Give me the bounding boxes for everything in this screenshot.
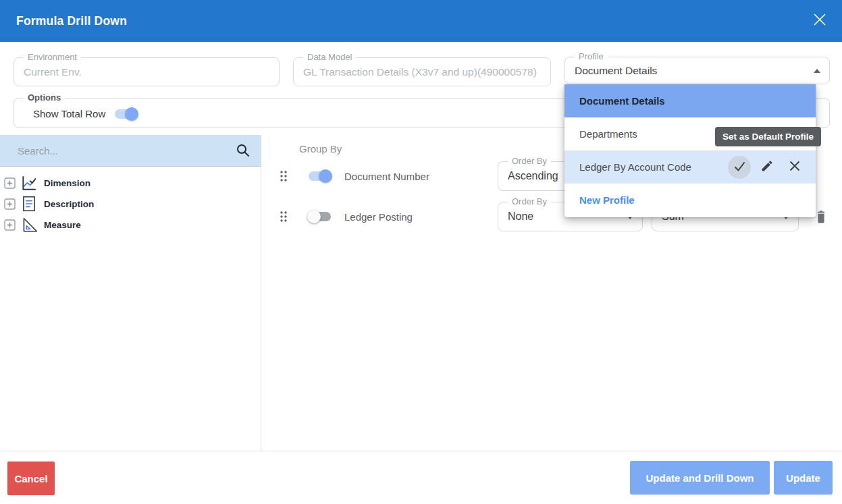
dialog-title: Formula Drill Down: [16, 0, 127, 42]
formula-drill-down-dialog: Formula Drill Down Environment Current E…: [0, 0, 842, 504]
field-search-bar: [0, 135, 261, 167]
dimension-chart-icon: [20, 174, 38, 192]
update-button[interactable]: Update: [774, 461, 833, 495]
expand-plus-icon[interactable]: [4, 198, 16, 210]
drag-handle-icon[interactable]: [279, 210, 288, 223]
search-input[interactable]: [16, 135, 212, 166]
profile-option-label: Document Details: [579, 95, 665, 107]
profile-value: Document Details: [575, 57, 809, 84]
tree-item-label: Dimension: [44, 178, 90, 188]
close-icon: [810, 9, 830, 32]
edit-profile-button[interactable]: [756, 156, 779, 179]
expand-plus-icon[interactable]: [4, 177, 16, 189]
search-icon[interactable]: [235, 142, 251, 161]
footer-divider: [0, 451, 842, 451]
close-button[interactable]: [808, 9, 831, 32]
data-model-value: GL Transaction Details (X3v7 and up)(490…: [303, 58, 546, 86]
group-by-field-name: Document Number: [344, 171, 429, 182]
group-by-heading: Group By: [299, 143, 342, 155]
cancel-edit-button[interactable]: [783, 156, 806, 179]
tree-item-label: Measure: [44, 220, 81, 230]
pencil-icon: [760, 159, 774, 175]
environment-value: Current Env.: [24, 58, 259, 86]
update-and-drill-down-button[interactable]: Update and Drill Down: [630, 461, 770, 495]
expand-plus-icon[interactable]: [4, 219, 16, 231]
cancel-button[interactable]: Cancel: [7, 461, 55, 495]
panel-divider: [261, 167, 261, 451]
new-profile-link[interactable]: New Profile: [564, 184, 816, 217]
profile-dropdown-menu: Document Details Departments Ledger By A…: [564, 84, 816, 217]
drag-handle-icon[interactable]: [279, 169, 288, 183]
group-by-toggle-ledger-posting[interactable]: [307, 210, 332, 223]
group-by-field-name: Ledger Posting: [344, 211, 413, 223]
profile-option-label: Ledger By Account Code: [579, 161, 691, 173]
check-icon: [733, 159, 747, 175]
profile-select[interactable]: Profile Document Details: [564, 57, 830, 84]
delete-row-icon[interactable]: [814, 208, 828, 225]
profile-option-label: Departments: [579, 128, 637, 140]
tree-item-description[interactable]: Description: [0, 194, 261, 213]
tree-item-measure[interactable]: Measure: [0, 215, 261, 234]
show-total-row-toggle[interactable]: [113, 107, 138, 121]
new-profile-label: New Profile: [579, 194, 635, 206]
description-document-icon: [20, 195, 38, 213]
x-icon: [788, 159, 801, 175]
tree-item-dimension[interactable]: Dimension: [0, 173, 261, 192]
profile-option-ledger-by-account-code[interactable]: Ledger By Account Code: [564, 150, 816, 184]
environment-field: Environment Current Env.: [14, 57, 280, 86]
profile-option-document-details[interactable]: Document Details: [564, 84, 816, 117]
confirm-button[interactable]: [728, 156, 751, 179]
set-default-profile-tooltip: Set as Default Profile: [715, 127, 821, 146]
data-model-field: Data Model GL Transaction Details (X3v7 …: [293, 57, 551, 86]
measure-ruler-icon: [20, 216, 38, 233]
show-total-row-label: Show Total Row: [33, 108, 105, 119]
tree-item-label: Description: [44, 199, 94, 209]
group-by-toggle-document-number[interactable]: [307, 169, 332, 183]
chevron-up-icon: [814, 65, 820, 73]
dialog-header: Formula Drill Down: [0, 0, 842, 42]
